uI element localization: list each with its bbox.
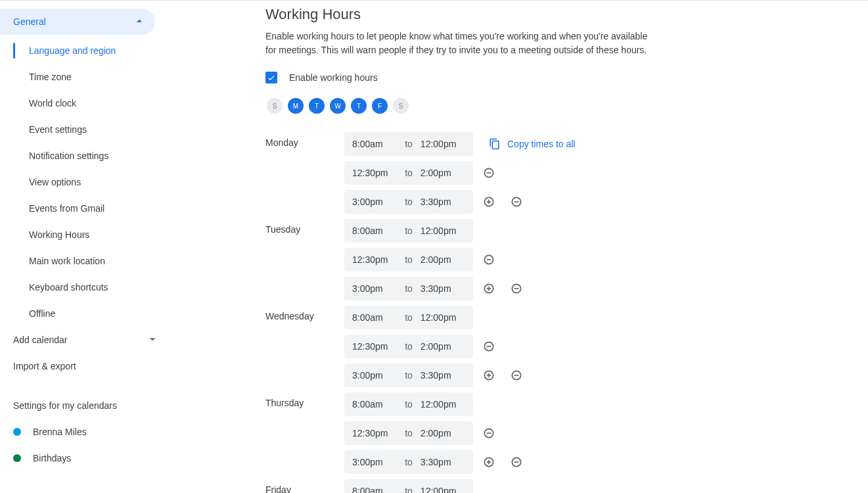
settings-main: Working Hours Enable working hours to le… [168,1,868,493]
start-time[interactable]: 3:00pm [350,283,400,294]
time-slot-row: 3:00pmto3:30pm [344,187,575,216]
calendar-brenna-miles[interactable]: Brenna Miles [0,419,168,445]
add-slot-icon[interactable] [477,364,501,387]
time-range-input: 3:00pmto3:30pm [344,190,473,214]
end-time[interactable]: 2:00pm [418,341,468,352]
remove-slot-icon[interactable] [505,450,528,474]
sidebar-item-notification-settings[interactable]: Notification settings [0,143,168,169]
start-time[interactable]: 8:00am [350,139,400,149]
day-chip-t[interactable]: T [351,98,367,114]
day-chip-w[interactable]: W [330,98,346,114]
end-time[interactable]: 2:00pm [418,254,468,265]
sidebar-item-events-from-gmail[interactable]: Events from Gmail [0,195,168,222]
time-range-input: 8:00amto12:00pm [344,219,473,243]
start-time[interactable]: 8:00am [350,225,400,236]
sidebar-item-label: Events from Gmail [29,203,104,214]
add-slot-icon[interactable] [477,277,501,300]
end-time[interactable]: 3:30pm [418,457,468,467]
sidebar-item-working-hours[interactable]: Working Hours [0,222,168,248]
sidebar-item-language-and-region[interactable]: Language and region [0,37,168,64]
to-label: to [400,225,418,236]
end-time[interactable]: 2:00pm [418,428,468,438]
to-label: to [400,428,418,438]
sidebar-item-event-settings[interactable]: Event settings [0,116,168,143]
time-slot-row: 12:30pmto2:00pm [344,419,528,448]
enable-working-hours-label: Enable working hours [289,72,378,83]
sidebar-item-label: Main work location [29,256,105,266]
add-slot-icon[interactable] [477,190,501,214]
remove-slot-icon[interactable] [477,248,501,271]
to-label: to [400,399,418,410]
time-slot-row: 3:00pmto3:30pm [344,274,528,303]
day-label: Tuesday [265,216,344,303]
enable-working-hours-checkbox[interactable] [265,72,277,83]
day-label: Friday [265,477,344,493]
sidebar-add-calendar[interactable]: Add calendar [0,327,168,353]
end-time[interactable]: 3:30pm [418,197,468,207]
end-time[interactable]: 2:00pm [418,168,468,178]
time-range-input: 3:00pmto3:30pm [344,450,473,474]
end-time[interactable]: 12:00pm [418,486,468,493]
day-chip-t[interactable]: T [309,98,325,114]
sidebar-item-world-clock[interactable]: World clock [0,90,168,116]
settings-sidebar: General Language and regionTime zoneWorl… [0,1,168,493]
remove-slot-icon[interactable] [477,161,501,185]
sidebar-section-general[interactable]: General [0,9,155,35]
start-time[interactable]: 3:00pm [350,370,400,381]
remove-slot-icon[interactable] [505,364,528,387]
day-block-thursday: Thursday8:00amto12:00pm12:30pmto2:00pm3:… [265,390,842,477]
sidebar-item-offline[interactable]: Offline [0,300,168,327]
day-chip-m[interactable]: M [288,98,304,114]
to-label: to [400,168,418,178]
time-slot-row: 3:00pmto3:30pm [344,361,528,390]
sidebar-item-main-work-location[interactable]: Main work location [0,248,168,274]
sidebar-item-label: View options [29,177,81,187]
start-time[interactable]: 3:00pm [350,197,400,207]
sidebar-import-export[interactable]: Import & export [0,353,168,379]
time-range-input: 12:30pmto2:00pm [344,421,473,445]
calendar-birthdays[interactable]: Birthdays [0,445,168,471]
copy-icon [489,138,501,150]
time-slot-row: 8:00amto12:00pm [344,390,528,419]
start-time[interactable]: 12:30pm [350,428,400,438]
sidebar-item-time-zone[interactable]: Time zone [0,64,168,90]
time-slot-row: 8:00amto12:00pm [344,303,528,332]
copy-times-to-all[interactable]: Copy times to all [489,138,575,150]
time-range-input: 3:00pmto3:30pm [344,277,473,300]
start-time[interactable]: 8:00am [350,399,400,410]
end-time[interactable]: 12:00pm [418,225,468,236]
start-time[interactable]: 8:00am [350,312,400,323]
remove-slot-icon[interactable] [505,277,528,300]
start-time[interactable]: 8:00am [350,486,400,493]
end-time[interactable]: 3:30pm [418,283,468,294]
end-time[interactable]: 12:00pm [418,139,468,149]
day-chip-f[interactable]: F [372,98,388,114]
sidebar-item-label: Working Hours [29,229,89,240]
time-range-input: 12:30pmto2:00pm [344,335,473,358]
time-range-input: 8:00amto12:00pm [344,132,473,156]
day-block-tuesday: Tuesday8:00amto12:00pm12:30pmto2:00pm3:0… [265,216,842,303]
remove-slot-icon[interactable] [477,421,501,445]
to-label: to [400,254,418,265]
day-chip-s[interactable]: S [393,98,409,114]
remove-slot-icon[interactable] [505,190,528,214]
sidebar-heading-my-calendars: Settings for my calendars [0,392,168,419]
start-time[interactable]: 12:30pm [350,168,400,178]
copy-label: Copy times to all [507,139,575,149]
sidebar-item-view-options[interactable]: View options [0,169,168,195]
sidebar-item-keyboard-shortcuts[interactable]: Keyboard shortcuts [0,274,168,300]
day-label: Monday [265,129,344,216]
chevron-up-icon [133,14,146,30]
to-label: to [400,486,418,493]
add-slot-icon[interactable] [477,450,501,474]
calendar-label: Brenna Miles [33,427,87,437]
start-time[interactable]: 12:30pm [350,341,400,352]
to-label: to [400,370,418,381]
end-time[interactable]: 12:00pm [418,312,468,323]
end-time[interactable]: 3:30pm [418,370,468,381]
end-time[interactable]: 12:00pm [418,399,468,410]
start-time[interactable]: 12:30pm [350,254,400,265]
remove-slot-icon[interactable] [477,335,501,358]
start-time[interactable]: 3:00pm [350,457,400,467]
day-chip-s[interactable]: S [267,98,283,114]
